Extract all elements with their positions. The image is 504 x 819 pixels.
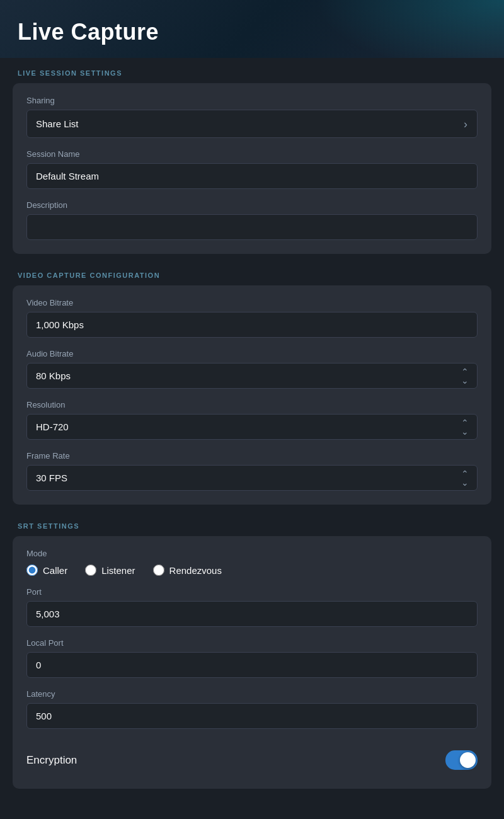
latency-label: Latency xyxy=(26,689,478,699)
mode-listener-radio[interactable] xyxy=(85,564,96,576)
mode-rendezvous-option[interactable]: Rendezvous xyxy=(153,564,222,576)
audio-bitrate-select[interactable]: 64 Kbps 80 Kbps 128 Kbps 192 Kbps 320 Kb… xyxy=(26,363,478,389)
encryption-toggle[interactable] xyxy=(445,750,478,770)
encryption-toggle-row: Encryption xyxy=(26,740,478,775)
latency-field-group: Latency xyxy=(26,689,478,729)
resolution-select[interactable]: SD-480 HD-720 FHD-1080 4K xyxy=(26,414,478,440)
mode-listener-option[interactable]: Listener xyxy=(85,564,135,576)
local-port-input[interactable] xyxy=(26,652,478,678)
sharing-select[interactable]: Share List Private Public xyxy=(26,110,478,138)
mode-rendezvous-label: Rendezvous xyxy=(169,565,222,576)
page-title: Live Capture xyxy=(18,19,486,45)
sharing-field-group: Sharing Share List Private Public › xyxy=(26,96,478,138)
port-label: Port xyxy=(26,587,478,597)
local-port-label: Local Port xyxy=(26,638,478,648)
mode-field-group: Mode Caller Listener Rendezvous xyxy=(26,549,478,576)
video-bitrate-input[interactable] xyxy=(26,312,478,338)
srt-settings-card: Mode Caller Listener Rendezvous Port Loc… xyxy=(13,536,491,789)
port-input[interactable] xyxy=(26,601,478,627)
frame-rate-label: Frame Rate xyxy=(26,451,478,461)
latency-input[interactable] xyxy=(26,703,478,729)
resolution-field-group: Resolution SD-480 HD-720 FHD-1080 4K ⌃⌄ xyxy=(26,400,478,440)
live-session-card: Sharing Share List Private Public › Sess… xyxy=(13,83,491,254)
audio-bitrate-field-group: Audio Bitrate 64 Kbps 80 Kbps 128 Kbps 1… xyxy=(26,349,478,389)
video-bitrate-label: Video Bitrate xyxy=(26,298,478,307)
port-field-group: Port xyxy=(26,587,478,627)
resolution-label: Resolution xyxy=(26,400,478,410)
mode-radio-group: Caller Listener Rendezvous xyxy=(26,564,478,576)
audio-bitrate-select-wrapper[interactable]: 64 Kbps 80 Kbps 128 Kbps 192 Kbps 320 Kb… xyxy=(26,363,478,389)
session-name-label: Session Name xyxy=(26,149,478,159)
mode-caller-option[interactable]: Caller xyxy=(26,564,67,576)
frame-rate-select[interactable]: 15 FPS 24 FPS 30 FPS 60 FPS xyxy=(26,465,478,491)
mode-listener-label: Listener xyxy=(101,565,135,576)
sharing-label: Sharing xyxy=(26,96,478,105)
description-label: Description xyxy=(26,200,478,210)
video-bitrate-field-group: Video Bitrate xyxy=(26,298,478,338)
encryption-label: Encryption xyxy=(26,754,77,767)
description-input[interactable] xyxy=(26,214,478,240)
live-session-section-header: LIVE SESSION SETTINGS xyxy=(0,58,504,83)
session-name-input[interactable] xyxy=(26,163,478,189)
frame-rate-select-wrapper[interactable]: 15 FPS 24 FPS 30 FPS 60 FPS ⌃⌄ xyxy=(26,465,478,491)
encryption-toggle-knob xyxy=(460,752,476,768)
sharing-select-wrapper[interactable]: Share List Private Public › xyxy=(26,110,478,138)
header: Live Capture xyxy=(0,0,504,58)
mode-rendezvous-radio[interactable] xyxy=(153,564,164,576)
resolution-select-wrapper[interactable]: SD-480 HD-720 FHD-1080 4K ⌃⌄ xyxy=(26,414,478,440)
session-name-field-group: Session Name xyxy=(26,149,478,189)
video-capture-section-header: VIDEO CAPTURE CONFIGURATION xyxy=(0,260,504,285)
mode-caller-label: Caller xyxy=(43,565,67,576)
mode-caller-radio[interactable] xyxy=(26,564,38,576)
video-capture-card: Video Bitrate Audio Bitrate 64 Kbps 80 K… xyxy=(13,285,491,505)
frame-rate-field-group: Frame Rate 15 FPS 24 FPS 30 FPS 60 FPS ⌃… xyxy=(26,451,478,491)
mode-label: Mode xyxy=(26,549,478,558)
audio-bitrate-label: Audio Bitrate xyxy=(26,349,478,358)
description-field-group: Description xyxy=(26,200,478,240)
srt-settings-section-header: SRT SETTINGS xyxy=(0,511,504,536)
local-port-field-group: Local Port xyxy=(26,638,478,678)
